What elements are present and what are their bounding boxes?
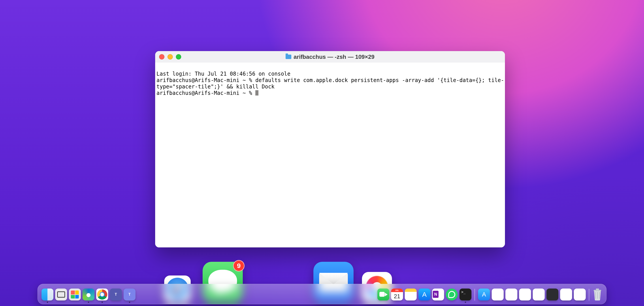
- teams-letter: T: [124, 288, 136, 300]
- dock-item-onenote[interactable]: [432, 288, 444, 303]
- dock-item-calendar[interactable]: JUL 21: [391, 288, 403, 303]
- dock-item-whatsapp[interactable]: [446, 288, 458, 303]
- terminal-cursor: [255, 90, 258, 95]
- dock: T T JUL 21: [38, 284, 606, 304]
- launchpad-icon: [69, 288, 81, 300]
- terminal-line: Last login: Thu Jul 21 08:46:56 on conso…: [156, 71, 290, 77]
- dock-item-finder[interactable]: [42, 288, 54, 303]
- dock-item-facetime[interactable]: [378, 288, 389, 303]
- dock-recent-item[interactable]: [533, 288, 545, 303]
- dock-item-appstore[interactable]: [418, 288, 430, 303]
- whatsapp-icon: [446, 288, 458, 300]
- chrome-icon: [96, 288, 108, 300]
- dock-recent-appstore[interactable]: [478, 288, 490, 303]
- calendar-month: JUL: [391, 288, 403, 292]
- minimize-button[interactable]: [168, 54, 173, 60]
- calendar-icon: JUL 21: [391, 288, 403, 300]
- window-titlebar[interactable]: arifbacchus — -zsh — 109×29: [155, 51, 505, 63]
- dock-recent-item[interactable]: [506, 288, 517, 303]
- dock-magnify-gap: [137, 301, 376, 303]
- running-indicator: [129, 301, 130, 303]
- terminal-content[interactable]: Last login: Thu Jul 21 08:46:56 on conso…: [155, 63, 505, 247]
- window-title: arifbacchus — -zsh — 109×29: [155, 54, 505, 60]
- onenote-icon: [432, 288, 444, 300]
- edge-icon: [82, 288, 94, 300]
- appstore-icon: [418, 288, 430, 300]
- dock-item-notes[interactable]: [405, 288, 417, 303]
- recent-app-icon: [492, 288, 504, 300]
- dock-item-screenshot[interactable]: [55, 288, 67, 303]
- messages-badge: 9: [233, 260, 244, 271]
- dock-item-chrome[interactable]: [96, 288, 108, 303]
- dock-recent-item[interactable]: [560, 288, 572, 303]
- dock-item-launchpad[interactable]: [69, 288, 81, 303]
- terminal-line: arifbacchus@Arifs-Mac-mini ~ %: [156, 90, 258, 96]
- close-button[interactable]: [159, 54, 164, 60]
- dock-separator: [589, 289, 589, 301]
- teams-letter: T: [110, 288, 122, 300]
- window-traffic-lights: [159, 54, 181, 60]
- recent-app-icon: [533, 288, 545, 300]
- teams-icon: T: [110, 288, 122, 300]
- folder-icon: [286, 55, 291, 59]
- dock-separator: [474, 289, 475, 301]
- dock-item-teams[interactable]: T: [110, 288, 122, 303]
- recent-app-icon: [519, 288, 531, 300]
- screenshot-icon: [55, 288, 67, 300]
- dock-recent-item[interactable]: [519, 288, 531, 303]
- trash-icon: [592, 288, 602, 300]
- dock-item-edge[interactable]: [82, 288, 94, 303]
- terminal-icon: [460, 288, 472, 300]
- terminal-line: type="spacer-tile";}' && killall Dock: [156, 84, 274, 90]
- recent-app-icon: [546, 288, 558, 300]
- maximize-button[interactable]: [176, 54, 181, 60]
- recent-app-icon: [560, 288, 572, 300]
- facetime-icon: [378, 288, 389, 300]
- dock-item-teams-work[interactable]: T: [124, 288, 136, 303]
- dock-item-terminal[interactable]: [460, 288, 472, 303]
- calendar-day: 21: [391, 292, 403, 300]
- teams-icon: T: [124, 288, 136, 300]
- recent-app-icon: [574, 288, 586, 300]
- appstore-icon: [478, 288, 490, 300]
- dock-recent-item[interactable]: [574, 288, 586, 303]
- dock-item-trash[interactable]: [592, 288, 602, 303]
- terminal-window[interactable]: arifbacchus — -zsh — 109×29 Last login: …: [155, 51, 505, 247]
- svg-rect-1: [596, 288, 599, 290]
- running-indicator: [88, 301, 89, 303]
- notes-icon: [405, 288, 417, 300]
- terminal-prompt: arifbacchus@Arifs-Mac-mini ~ %: [156, 90, 255, 96]
- recent-app-icon: [506, 288, 517, 300]
- terminal-line: arifbacchus@Arifs-Mac-mini ~ % defaults …: [156, 77, 504, 83]
- finder-icon: [42, 288, 54, 300]
- svg-rect-0: [594, 290, 601, 291]
- running-indicator: [465, 301, 466, 303]
- running-indicator: [47, 301, 48, 303]
- running-indicator: [102, 301, 103, 303]
- dock-recent-item[interactable]: [546, 288, 558, 303]
- window-title-text: arifbacchus — -zsh — 109×29: [294, 54, 374, 60]
- dock-recent-item[interactable]: [492, 288, 504, 303]
